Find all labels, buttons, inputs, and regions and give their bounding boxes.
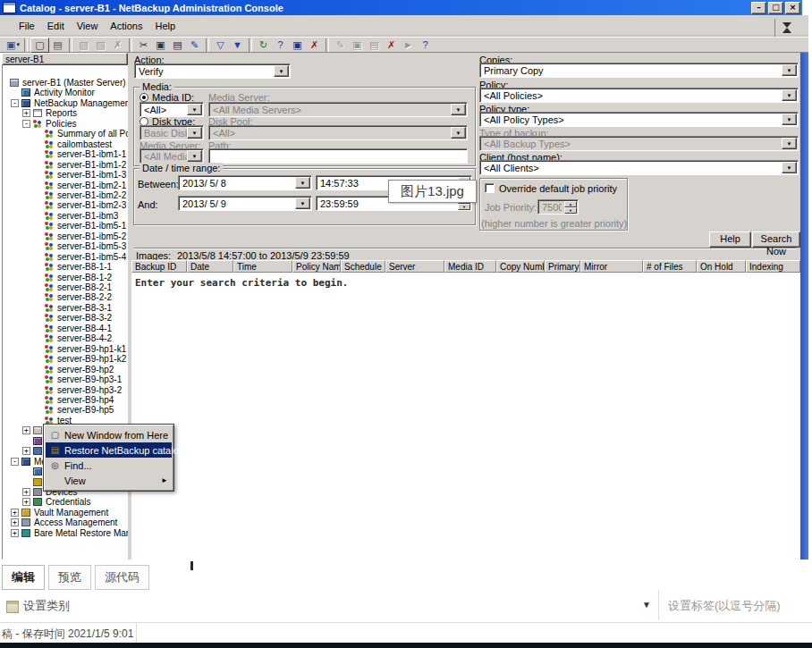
context-menu-find[interactable]: ◎Find... bbox=[46, 458, 172, 473]
column-header-date[interactable]: Date bbox=[187, 260, 233, 273]
menu-view[interactable]: View bbox=[71, 19, 105, 33]
change-server-button[interactable]: ▣▾ bbox=[4, 38, 21, 52]
expire-button[interactable]: ✗ bbox=[383, 38, 400, 52]
storage-icon bbox=[33, 426, 42, 434]
spin-down-icon[interactable]: ▼ bbox=[458, 204, 470, 210]
policy-type-select[interactable]: <All Policy Types> ▼ bbox=[479, 112, 799, 127]
tree-expander-icon[interactable]: + bbox=[22, 109, 30, 117]
tree-expander-icon[interactable]: + bbox=[11, 529, 19, 537]
column-header-mirror[interactable]: Mirror bbox=[580, 260, 643, 273]
category-dropdown-icon[interactable]: ▼ bbox=[642, 600, 651, 610]
override-priority-checkbox[interactable] bbox=[485, 183, 495, 193]
tree-item-label: server-B8-3-1 bbox=[55, 303, 114, 313]
dropdown-arrow-icon[interactable]: ▼ bbox=[782, 89, 797, 101]
tree-expander-icon[interactable]: + bbox=[22, 447, 30, 455]
tree-expander-icon[interactable]: + bbox=[22, 498, 30, 506]
media-server-value: <All Media Servers> bbox=[213, 105, 451, 115]
column-header-policy-name[interactable]: Policy Name bbox=[292, 260, 341, 273]
tree-expander-icon[interactable]: - bbox=[11, 458, 19, 466]
dropdown-arrow-icon[interactable]: ▼ bbox=[782, 162, 797, 173]
context-help-button[interactable]: ? bbox=[417, 38, 434, 52]
category-field[interactable]: 设置类别 bbox=[23, 598, 70, 614]
policy-select[interactable]: <All Policies> ▼ bbox=[479, 88, 799, 103]
action-select[interactable]: Verify ▼ bbox=[134, 63, 291, 79]
column-header-of-files[interactable]: # of Files bbox=[643, 260, 697, 273]
tree-expander-icon[interactable]: + bbox=[11, 509, 19, 517]
toolbar-separator bbox=[206, 38, 209, 52]
delete-button: ✗ bbox=[109, 38, 126, 52]
save-status-text: 稿 - 保存时间 2021/1/5 9:01 bbox=[2, 627, 133, 642]
paste-button[interactable]: ▤ bbox=[169, 38, 186, 52]
close-button[interactable]: × bbox=[785, 2, 800, 14]
policy-icon bbox=[45, 191, 54, 199]
column-header-server[interactable]: Server bbox=[385, 260, 444, 273]
between-date-select[interactable]: 2013/ 5/ 8 ▼ bbox=[178, 175, 312, 190]
dropdown-arrow-icon[interactable]: ▼ bbox=[782, 64, 797, 76]
toolbar-separator bbox=[24, 38, 28, 52]
edit-filter-button[interactable]: ▼ bbox=[229, 38, 246, 52]
tags-field[interactable]: 设置标签(以逗号分隔) bbox=[668, 598, 781, 614]
tree-expander-icon[interactable]: + bbox=[22, 426, 30, 434]
dropdown-arrow-icon[interactable]: ▼ bbox=[274, 65, 289, 77]
context-menu-new-window-from-here[interactable]: ▢New Window from Here bbox=[46, 427, 172, 442]
dropdown-arrow-icon[interactable]: ▼ bbox=[295, 198, 310, 209]
menu-actions[interactable]: Actions bbox=[104, 19, 148, 33]
column-header-primary[interactable]: Primary bbox=[545, 260, 580, 273]
menu-file[interactable]: File bbox=[13, 19, 41, 33]
media-id-select[interactable]: <All> ▼ bbox=[140, 102, 204, 117]
stop-button[interactable]: ✗ bbox=[306, 38, 323, 52]
dropdown-arrow-icon[interactable]: ▼ bbox=[295, 177, 310, 189]
tree-item-label: NetBackup Management bbox=[32, 98, 134, 108]
catalog-backup-button[interactable]: ▣ bbox=[289, 38, 306, 52]
tab-item[interactable]: 编辑 bbox=[2, 565, 45, 590]
tab-item[interactable]: 源代码 bbox=[95, 565, 149, 590]
initiate-import-icon: ► bbox=[403, 40, 413, 50]
show-window-button[interactable]: ▢ bbox=[30, 38, 49, 53]
tree-expander-icon[interactable]: + bbox=[22, 488, 30, 496]
column-header-media-id[interactable]: Media ID bbox=[444, 260, 496, 273]
verify-icon: ✎ bbox=[336, 40, 344, 50]
dropdown-arrow-icon[interactable]: ▼ bbox=[187, 104, 202, 115]
menu-help[interactable]: Help bbox=[148, 19, 182, 33]
refresh-button[interactable]: ↻ bbox=[255, 38, 272, 52]
tree-expander-icon[interactable]: + bbox=[11, 518, 19, 526]
search-now-button[interactable]: Search Now bbox=[752, 231, 800, 248]
column-header-indexing[interactable]: Indexing bbox=[746, 260, 800, 273]
troubleshooter-button[interactable]: ? bbox=[272, 38, 289, 52]
column-header-on-hold[interactable]: On Hold bbox=[697, 260, 746, 273]
copy-button[interactable]: ▣ bbox=[152, 38, 169, 52]
help-button[interactable]: Help bbox=[709, 231, 751, 248]
restore-button[interactable]: □ bbox=[768, 2, 783, 14]
column-header-time[interactable]: Time bbox=[233, 260, 292, 273]
copies-value: Primary Copy bbox=[484, 65, 782, 76]
cut-button[interactable]: ✂ bbox=[135, 38, 152, 52]
backup-type-value: <All Backup Types> bbox=[484, 139, 782, 149]
client-select[interactable]: <All Clients> ▼ bbox=[479, 160, 799, 175]
print-button[interactable]: ▤ bbox=[49, 38, 66, 52]
tree-item-label: server-B8-3-2 bbox=[55, 313, 114, 323]
tree-expander-icon[interactable]: - bbox=[22, 120, 30, 128]
column-header-schedule[interactable]: Schedule bbox=[341, 260, 385, 273]
context-menu-view[interactable]: View► bbox=[46, 473, 172, 488]
dropdown-arrow-icon[interactable]: ▼ bbox=[782, 114, 797, 125]
filter-button[interactable]: ▽ bbox=[212, 38, 229, 52]
policy-icon bbox=[45, 222, 54, 230]
tree-panel-header[interactable]: server-B1 bbox=[2, 53, 128, 65]
media-id-radio[interactable] bbox=[140, 93, 148, 102]
mgmt-icon bbox=[21, 458, 30, 466]
title-bar: Catalog - server-B1 - NetBackup Administ… bbox=[0, 0, 802, 15]
copies-select[interactable]: Primary Copy ▼ bbox=[479, 63, 799, 78]
column-header-backup-id[interactable]: Backup ID bbox=[131, 260, 187, 273]
results-list[interactable]: Enter your search criteria to begin. bbox=[131, 273, 800, 560]
tree-expander-icon[interactable]: - bbox=[11, 99, 19, 107]
tab-item[interactable]: 预览 bbox=[48, 565, 91, 590]
column-header-copy-number[interactable]: Copy Number bbox=[496, 260, 545, 273]
phase-import-button: ▤ bbox=[366, 38, 383, 52]
dropdown-arrow-icon: ▼ bbox=[187, 127, 202, 139]
and-date-select[interactable]: 2013/ 5/ 9 ▼ bbox=[178, 196, 312, 211]
stamp-button[interactable]: ✎ bbox=[186, 38, 203, 52]
page: Catalog - server-B1 - NetBackup Administ… bbox=[0, 0, 812, 648]
context-menu-restore-netbackup-catalog[interactable]: ▤Restore NetBackup catalog bbox=[46, 442, 172, 458]
menu-edit[interactable]: Edit bbox=[41, 19, 71, 33]
minimize-button[interactable]: – bbox=[751, 2, 766, 14]
